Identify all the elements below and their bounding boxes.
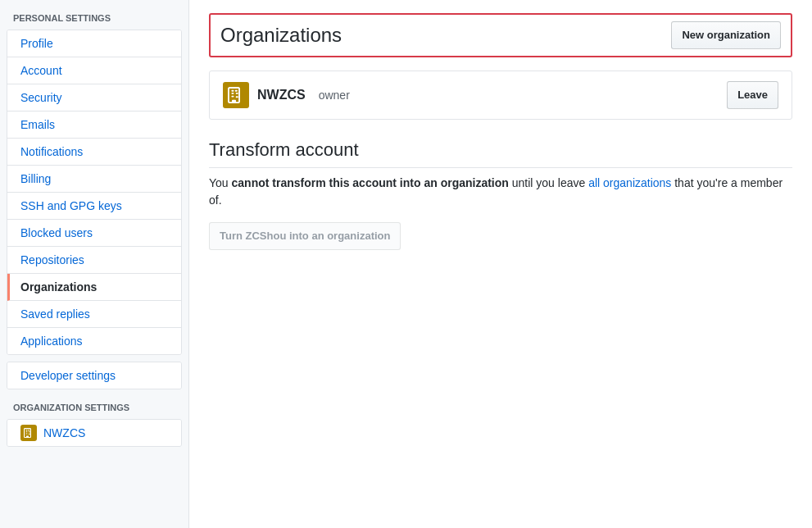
personal-settings-label: Personal settings bbox=[0, 7, 188, 26]
sidebar-item-notifications[interactable]: Notifications bbox=[7, 139, 181, 166]
org-building-icon bbox=[228, 87, 244, 103]
sidebar-item-account[interactable]: Account bbox=[7, 57, 181, 84]
sidebar-item-billing[interactable]: Billing bbox=[7, 166, 181, 193]
sidebar-item-developer-settings[interactable]: Developer settings bbox=[7, 362, 181, 389]
org-settings-item-label: NWZCS bbox=[43, 426, 85, 439]
sidebar-item-security[interactable]: Security bbox=[7, 84, 181, 112]
personal-settings-group: Profile Account Security Emails Notifica… bbox=[7, 30, 182, 355]
org-card: NWZCS owner Leave bbox=[209, 71, 792, 120]
org-settings-group: NWZCS bbox=[7, 419, 182, 447]
transform-title: Transform account bbox=[209, 139, 792, 168]
main-content: Organizations New organization NWZCS own… bbox=[188, 0, 812, 528]
org-avatar-small-icon bbox=[20, 425, 37, 441]
new-organization-button[interactable]: New organization bbox=[671, 21, 781, 49]
sidebar: Personal settings Profile Account Securi… bbox=[0, 0, 188, 528]
transform-desc-middle: until you leave bbox=[509, 176, 588, 189]
org-settings-label: Organization settings bbox=[0, 396, 188, 416]
transform-section: Transform account You cannot transform t… bbox=[209, 139, 792, 250]
sidebar-item-saved-replies[interactable]: Saved replies bbox=[7, 301, 181, 328]
leave-button[interactable]: Leave bbox=[727, 81, 778, 109]
developer-settings-group: Developer settings bbox=[7, 362, 182, 389]
org-role: owner bbox=[319, 89, 350, 102]
org-card-left: NWZCS owner bbox=[223, 82, 350, 108]
transform-button: Turn ZCShou into an organization bbox=[209, 222, 401, 250]
page-header: Organizations New organization bbox=[209, 13, 792, 57]
sidebar-item-emails[interactable]: Emails bbox=[7, 112, 181, 139]
sidebar-item-nwzcs[interactable]: NWZCS bbox=[7, 420, 181, 446]
transform-desc-cannot: cannot transform this account into an or… bbox=[232, 176, 509, 189]
all-organizations-link[interactable]: all organizations bbox=[588, 176, 671, 189]
org-avatar-icon bbox=[223, 82, 249, 108]
org-icon-small bbox=[24, 428, 34, 438]
page-title: Organizations bbox=[220, 24, 342, 47]
sidebar-item-applications[interactable]: Applications bbox=[7, 328, 181, 354]
sidebar-item-blocked[interactable]: Blocked users bbox=[7, 220, 181, 247]
transform-description: You cannot transform this account into a… bbox=[209, 175, 792, 209]
org-name: NWZCS bbox=[257, 88, 306, 102]
sidebar-item-ssh-gpg[interactable]: SSH and GPG keys bbox=[7, 193, 181, 220]
sidebar-item-profile[interactable]: Profile bbox=[7, 30, 181, 57]
sidebar-item-organizations[interactable]: Organizations bbox=[7, 274, 181, 301]
transform-desc-before: You bbox=[209, 176, 232, 189]
sidebar-item-repositories[interactable]: Repositories bbox=[7, 247, 181, 274]
